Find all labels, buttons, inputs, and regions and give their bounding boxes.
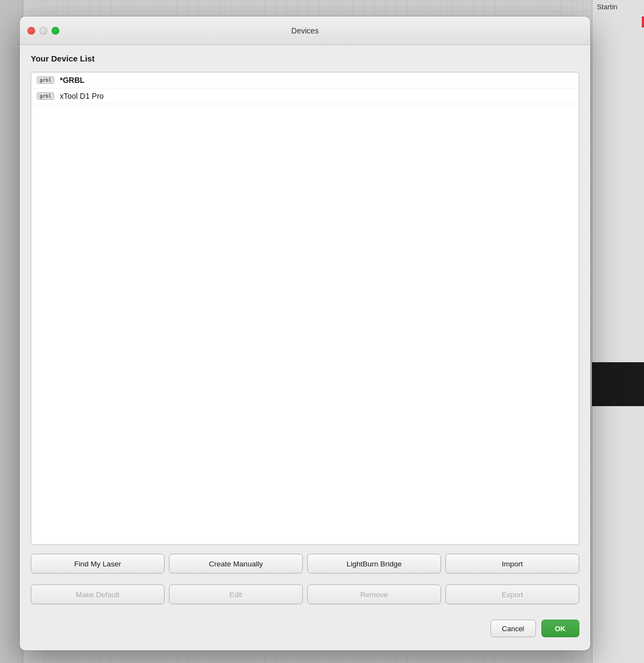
device-type-badge: grbl	[37, 92, 54, 100]
button-row-2: Make Default Edit Remove Export	[31, 582, 579, 606]
right-panel-title: Startin	[592, 0, 644, 14]
device-list-item[interactable]: grbl*GRBL	[31, 72, 579, 88]
maximize-button[interactable]	[52, 27, 59, 35]
device-name: xTool D1 Pro	[60, 92, 104, 100]
device-list-item[interactable]: grblxTool D1 Pro	[31, 88, 579, 104]
right-panel-dark-area	[592, 362, 644, 406]
dialog-title: Devices	[291, 26, 319, 35]
bottom-row: Cancel OK	[31, 613, 579, 642]
device-list[interactable]: grbl*GRBLgrblxTool D1 Pro	[31, 72, 579, 545]
title-bar: Devices	[20, 16, 590, 45]
export-button[interactable]: Export	[445, 585, 579, 604]
device-type-badge: grbl	[37, 76, 54, 84]
import-button[interactable]: Import	[445, 554, 579, 574]
dialog-content: Your Device List grbl*GRBLgrblxTool D1 P…	[20, 45, 590, 650]
device-name: *GRBL	[60, 76, 84, 85]
find-my-laser-button[interactable]: Find My Laser	[31, 554, 165, 574]
right-panel-red-indicator	[642, 16, 644, 27]
right-panel: Startin	[592, 0, 644, 663]
edit-button[interactable]: Edit	[169, 585, 303, 604]
make-default-button[interactable]: Make Default	[31, 585, 165, 604]
remove-button[interactable]: Remove	[307, 585, 441, 604]
traffic-lights	[27, 27, 59, 35]
button-row-1: Find My Laser Create Manually LightBurn …	[31, 552, 579, 576]
ok-button[interactable]: OK	[541, 620, 580, 637]
cancel-button[interactable]: Cancel	[490, 620, 535, 637]
section-title: Your Device List	[31, 54, 579, 63]
close-button[interactable]	[27, 27, 35, 35]
create-manually-button[interactable]: Create Manually	[169, 554, 303, 574]
lightburn-bridge-button[interactable]: LightBurn Bridge	[307, 554, 441, 574]
devices-dialog: Devices Your Device List grbl*GRBLgrblxT…	[20, 16, 590, 650]
minimize-button[interactable]	[39, 27, 47, 35]
